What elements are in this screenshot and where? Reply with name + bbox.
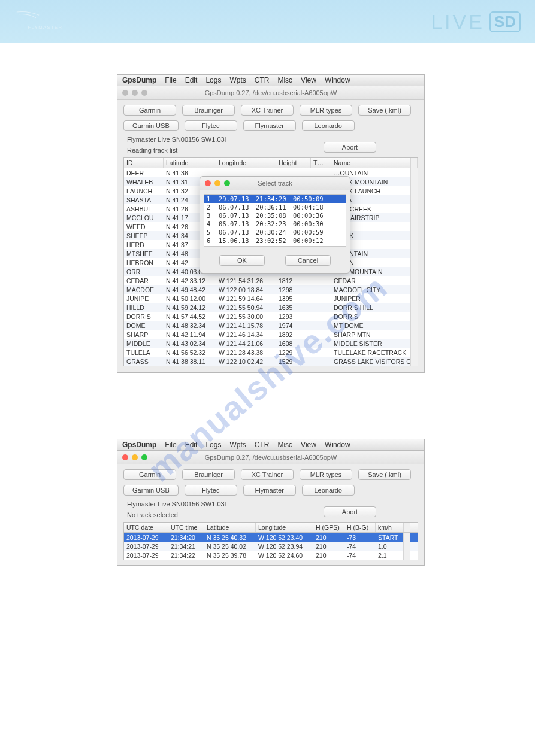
table-row[interactable]: MIDDLEN 41 43 02.34W 121 44 21.061608MID… (124, 339, 418, 348)
table-row[interactable]: 2013-07-2921:34:22N 35 25 39.78W 120 52 … (124, 551, 418, 560)
list-item[interactable]: 206.07.1320:36:1100:04:18 (204, 203, 346, 211)
dialog-title: Select track (200, 180, 350, 187)
list-item[interactable]: 129.07.1321:34:2000:50:09 (204, 195, 346, 203)
table-row[interactable]: DORRISN 41 57 44.52W 121 55 30.001293DOR… (124, 312, 418, 321)
menu-wpts[interactable]: Wpts (229, 76, 246, 84)
menu-window[interactable]: Window (325, 441, 350, 449)
table-row[interactable]: DOMEN 41 48 32.34W 121 41 15.781974MT DO… (124, 321, 418, 330)
col-utcdate[interactable]: UTC date (124, 523, 168, 532)
brauniger-button[interactable]: Brauniger (182, 105, 235, 116)
table-row[interactable]: HILLDN 41 59 24.12W 121 55 50.941635DORR… (124, 303, 418, 312)
table-row[interactable]: 2013-07-2921:34:20N 35 25 40.32W 120 52 … (124, 533, 418, 542)
brauniger-button[interactable]: Brauniger (182, 469, 235, 480)
waypoint-table: ID Latitude Longitude Height T… Name DEE… (123, 157, 418, 366)
menubar: GpsDump File Edit Logs Wpts CTR Misc Vie… (117, 75, 424, 86)
menu-misc[interactable]: Misc (277, 76, 292, 84)
menu-misc[interactable]: Misc (277, 441, 292, 449)
table-row[interactable]: SHARPN 41 42 11.94W 121 46 14.341892SHAR… (124, 330, 418, 339)
cancel-button[interactable]: Cancel (285, 255, 331, 266)
menubar: GpsDump File Edit Logs Wpts CTR Misc Vie… (117, 439, 424, 451)
list-item[interactable]: 506.07.1320:30:2400:00:59 (204, 228, 346, 236)
menu-file[interactable]: File (165, 76, 176, 84)
col-kmh[interactable]: km/h (376, 523, 403, 532)
xctrainer-button[interactable]: XC Trainer (241, 105, 294, 116)
ok-button[interactable]: OK (219, 255, 265, 266)
table-row[interactable]: 2013-07-2921:34:21N 35 25 40.02W 120 52 … (124, 542, 418, 551)
list-item[interactable]: 406.07.1320:32:2300:00:30 (204, 220, 346, 228)
menu-ctr[interactable]: CTR (255, 76, 270, 84)
abort-button[interactable]: Abort (324, 506, 376, 517)
track-table: UTC date UTC time Latitude Longitude H (… (123, 522, 418, 560)
menu-view[interactable]: View (301, 441, 316, 449)
savekml-button[interactable]: Save (.kml) (358, 469, 411, 480)
col-lon[interactable]: Longitude (256, 523, 313, 532)
menu-window[interactable]: Window (325, 76, 350, 84)
menu-ctr[interactable]: CTR (255, 441, 270, 449)
sd-text: SD (489, 11, 521, 32)
menu-wpts[interactable]: Wpts (229, 441, 246, 449)
flymaster-logo: FLYMASTER (14, 9, 68, 34)
menu-edit[interactable]: Edit (185, 441, 198, 449)
window-titlebar: GpsDump 0.27, /dev/cu.usbserial-A6005opW (117, 86, 424, 100)
window-title: GpsDump 0.27, /dev/cu.usbserial-A6005opW (117, 454, 424, 461)
table-row[interactable]: CEDARN 41 42 33.12W 121 54 31.261812CEDA… (124, 276, 418, 285)
garminusb-button[interactable]: Garmin USB (123, 120, 179, 131)
flytec-button[interactable]: Flytec (185, 485, 237, 496)
menu-file[interactable]: File (165, 441, 176, 449)
menu-view[interactable]: View (301, 76, 316, 84)
mlrtypes-button[interactable]: MLR types (300, 105, 352, 116)
screenshot-1: GpsDump File Edit Logs Wpts CTR Misc Vie… (117, 74, 425, 373)
screenshot-2: GpsDump File Edit Logs Wpts CTR Misc Vie… (117, 439, 425, 566)
col-lat[interactable]: Latitude (204, 523, 256, 532)
scrollbar-stub (403, 523, 410, 532)
window-titlebar: GpsDump 0.27, /dev/cu.usbserial-A6005opW (117, 451, 424, 464)
garmin-button[interactable]: Garmin (123, 105, 176, 116)
leonardo-button[interactable]: Leonardo (302, 120, 355, 131)
flymaster-button[interactable]: Flymaster (243, 485, 296, 496)
col-id[interactable]: ID (124, 158, 164, 168)
table-row[interactable]: MACDOEN 41 49 48.42W 122 00 18.841298MAC… (124, 285, 418, 294)
track-list[interactable]: 129.07.1321:34:2000:50:09206.07.1320:36:… (204, 194, 346, 247)
col-utctime[interactable]: UTC time (168, 523, 204, 532)
window-title: GpsDump 0.27, /dev/cu.usbserial-A6005opW (117, 89, 424, 96)
savekml-button[interactable]: Save (.kml) (358, 105, 411, 116)
col-lat[interactable]: Latitude (164, 158, 216, 168)
abort-button[interactable]: Abort (324, 142, 376, 153)
flytec-button[interactable]: Flytec (185, 120, 237, 131)
menubar-app: GpsDump (122, 441, 156, 449)
menu-edit[interactable]: Edit (185, 76, 198, 84)
col-height[interactable]: Height (276, 158, 311, 168)
col-hgps[interactable]: H (GPS) (313, 523, 344, 532)
garminusb-button[interactable]: Garmin USB (123, 485, 179, 496)
svg-text:FLYMASTER: FLYMASTER (28, 25, 63, 30)
col-name[interactable]: Name (331, 158, 410, 168)
col-t[interactable]: T… (311, 158, 331, 168)
scrollbar-stub (410, 158, 418, 168)
leonardo-button[interactable]: Leonardo (302, 485, 355, 496)
mlrtypes-button[interactable]: MLR types (300, 469, 352, 480)
table-row[interactable]: GRASSN 41 38 38.11W 122 10 02.421529GRAS… (124, 357, 418, 366)
page-header: FLYMASTER LIVE SD (0, 0, 535, 43)
live-text: LIVE (431, 10, 485, 34)
garmin-button[interactable]: Garmin (123, 469, 176, 480)
list-item[interactable]: 306.07.1320:35:0800:00:36 (204, 211, 346, 220)
menu-logs[interactable]: Logs (205, 76, 221, 84)
live-sd-badge: LIVE SD (431, 10, 521, 34)
table-row[interactable]: JUNIPEN 41 50 12.00W 121 59 14.641395JUN… (124, 294, 418, 303)
menubar-app: GpsDump (122, 76, 156, 84)
xctrainer-button[interactable]: XC Trainer (241, 469, 294, 480)
table-row[interactable]: TULELAN 41 56 52.32W 121 28 43.381229TUL… (124, 348, 418, 357)
menu-logs[interactable]: Logs (205, 441, 221, 449)
col-lon[interactable]: Longitude (216, 158, 276, 168)
list-item[interactable]: 615.06.1323:02:5200:00:12 (204, 236, 346, 245)
flymaster-button[interactable]: Flymaster (243, 120, 296, 131)
col-hbg[interactable]: H (B-G) (344, 523, 376, 532)
select-track-dialog: Select track 129.07.1321:34:2000:50:0920… (200, 176, 350, 274)
